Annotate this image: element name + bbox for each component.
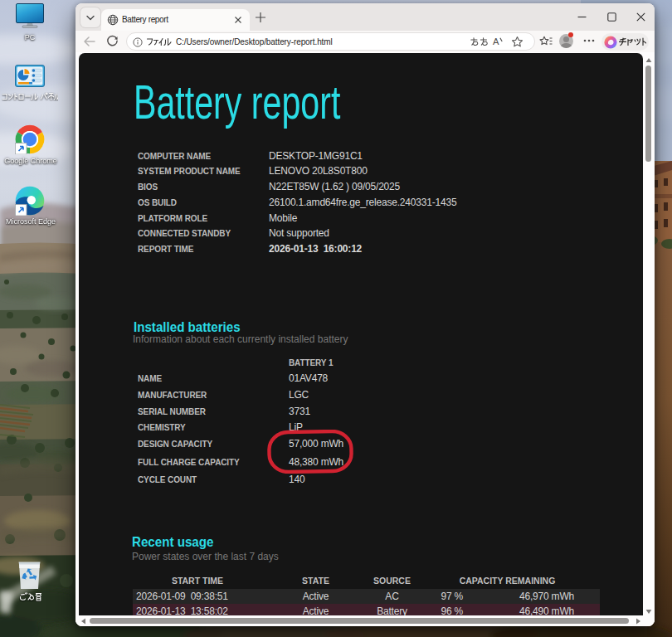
svg-text:A: A [493,36,499,46]
